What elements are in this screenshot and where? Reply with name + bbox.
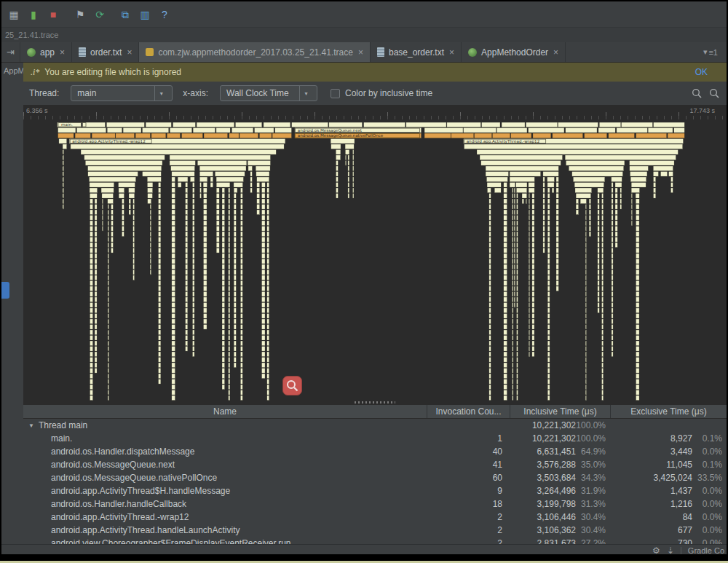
cell-excl: 8,9270.1% <box>610 433 727 444</box>
chart-zoom-button[interactable] <box>282 376 302 395</box>
cell-method-name: android.os.MessageQueue.next <box>23 460 427 470</box>
cell-incl: 3,106,44630.4% <box>510 512 610 522</box>
table-row[interactable]: ▼Thread main10,221,302100.0% <box>23 419 727 432</box>
profiler-icon[interactable]: ▦ <box>7 9 20 20</box>
hidden-tabs-dropdown[interactable]: ▾ ≡1 <box>703 42 727 62</box>
cell-method-name: android.os.MessageQueue.nativePollOnce <box>23 473 427 483</box>
sync-icon[interactable]: ⟳ <box>93 9 106 20</box>
tab-label: base_order.txt <box>389 47 444 58</box>
cell-excl: 840.0% <box>610 512 727 522</box>
table-row[interactable]: android.os.MessageQueue.next413,576,2883… <box>23 458 727 471</box>
cell-excl: 6770.0% <box>610 525 727 535</box>
cell-excl: 11,0450.1% <box>610 460 727 470</box>
tab-label: app <box>40 47 55 58</box>
splitter-grip[interactable] <box>355 401 395 403</box>
download-icon[interactable]: ⇣ <box>667 546 674 555</box>
table-row[interactable]: android.app.ActivityThread$H.handleMessa… <box>23 484 727 497</box>
tab-close-icon[interactable]: × <box>127 47 132 58</box>
flame-chart[interactable]: main.android.os.MessageQueue.nextandroid… <box>23 119 727 405</box>
chevron-down-icon: ▾ <box>703 47 708 57</box>
tab-app[interactable]: app × <box>20 42 72 62</box>
cell-invocation-count: 1 <box>427 433 510 444</box>
cell-invocation-count: 18 <box>427 499 510 509</box>
gradle-icon <box>468 48 477 57</box>
xaxis-value: Wall Clock Time <box>221 86 294 101</box>
ide-window: ▦▮■⚑⟳⧉▥? 25_21.41.trace ⇥ app × order.tx… <box>1 1 727 554</box>
chevron-down-icon: ▾ <box>154 86 167 101</box>
tab-order-txt[interactable]: order.txt × <box>72 42 139 62</box>
table-row[interactable]: main.110,221,302100.0%8,9270.1% <box>23 432 727 445</box>
cell-invocation-count: 2 <box>427 525 510 535</box>
banner-message: You are editing file which is ignored <box>44 67 181 77</box>
device-icon[interactable]: ▮ <box>27 9 40 20</box>
gradle-icon <box>27 48 36 57</box>
screens-icon[interactable]: ⧉ <box>119 9 132 20</box>
text-file-icon <box>377 47 384 57</box>
ruler-end-label: 17.743 s <box>689 107 715 114</box>
status-bar: ⚙ ⇣ Gradle Co <box>1 544 727 554</box>
stats-icon[interactable]: ▥ <box>138 9 151 20</box>
gear-icon[interactable]: ⚙ <box>652 546 660 555</box>
cell-method-name: android.os.Handler.dispatchMessage <box>23 446 427 457</box>
pin-icon[interactable]: ⚑ <box>74 9 87 20</box>
color-inclusive-checkbox[interactable] <box>331 89 340 98</box>
tab-close-icon[interactable]: × <box>553 47 558 58</box>
expand-arrow-icon[interactable]: ▼ <box>28 422 34 429</box>
cell-invocation-count: 40 <box>427 446 510 457</box>
cell-method-name: android.app.ActivityThread.handleLaunchA… <box>23 525 427 535</box>
flame-svg[interactable]: main.android.os.MessageQueue.nextandroid… <box>56 122 686 402</box>
thread-select[interactable]: main ▾ <box>71 85 173 101</box>
tab-close-icon[interactable]: × <box>60 47 65 58</box>
table-row[interactable]: android.app.ActivityThread.-wrap1223,106… <box>23 511 727 524</box>
gradle-console-label[interactable]: Gradle Co <box>688 546 724 555</box>
tool-window-indicator[interactable] <box>1 282 9 299</box>
cell-method-name: ▼Thread main <box>23 420 427 430</box>
zoom-fit-icon[interactable] <box>692 88 702 98</box>
cell-method-name: android.app.ActivityThread.-wrap12 <box>23 512 427 522</box>
column-header-name[interactable]: Name <box>23 405 427 418</box>
cell-incl: 3,106,36230.4% <box>510 525 610 535</box>
stop-icon[interactable]: ■ <box>47 9 60 20</box>
tab-label: AppMethodOrder <box>481 47 548 58</box>
chevron-down-icon: ▾ <box>299 86 312 101</box>
tool-window-toggle-icon[interactable]: ⇥ <box>1 42 20 62</box>
tab-trace-file[interactable]: com.zjw.appmethodorder_2017.03.25_21.41.… <box>139 42 371 62</box>
table-row[interactable]: android.os.Handler.handleCallback183,199… <box>23 497 727 511</box>
table-row[interactable]: android.os.Handler.dispatchMessage406,63… <box>23 445 727 458</box>
svg-text:android.app.ActivityThread.-wr: android.app.ActivityThread.-wrap12 <box>467 139 540 144</box>
column-header-inclusive-time[interactable]: Inclusive Time (μs) <box>510 405 610 418</box>
cell-excl: 3,4490.0% <box>610 446 727 457</box>
main-toolbar: ▦▮■⚑⟳⧉▥? <box>1 1 727 28</box>
xaxis-select[interactable]: Wall Clock Time ▾ <box>220 85 317 101</box>
help-icon[interactable]: ? <box>158 9 171 20</box>
column-header-exclusive-time[interactable]: Exclusive Time (μs) <box>610 405 727 418</box>
cell-invocation-count: 60 <box>427 473 510 483</box>
tab-close-icon[interactable]: × <box>358 47 363 58</box>
svg-text:android.app.ActivityThread.-wr: android.app.ActivityThread.-wrap12 <box>72 139 146 144</box>
tool-window-button[interactable]: AppM <box>4 66 23 75</box>
hidden-tabs-count: ≡1 <box>708 48 718 57</box>
tab-close-icon[interactable]: × <box>449 47 454 58</box>
tab-label: com.zjw.appmethodorder_2017.03.25_21.41.… <box>158 47 353 58</box>
info-icon: .i* <box>31 67 39 78</box>
cell-incl: 6,631,45164.9% <box>510 446 610 457</box>
thread-value: main <box>71 86 149 101</box>
svg-text:android.os.MessageQueue.next: android.os.MessageQueue.next <box>298 128 363 133</box>
cell-method-name: android.view.Choreographer$FrameDisplayE… <box>23 538 427 544</box>
banner-ok-link[interactable]: OK <box>695 67 708 77</box>
timeline-ruler: 6.356 s 17.743 s <box>23 105 727 119</box>
table-row[interactable]: android.os.MessageQueue.nativePollOnce60… <box>23 471 727 484</box>
tab-appmethodorder[interactable]: AppMethodOrder × <box>462 42 566 62</box>
text-file-icon <box>79 47 86 57</box>
zoom-icon[interactable] <box>709 88 719 98</box>
tab-base-order-txt[interactable]: base_order.txt × <box>371 42 462 62</box>
cell-incl: 10,221,302100.0% <box>510 433 610 444</box>
column-header-invocation-count[interactable]: Invocation Cou... <box>427 405 510 418</box>
cell-method-name: main. <box>23 433 427 444</box>
table-row[interactable]: android.app.ActivityThread.handleLaunchA… <box>23 524 727 537</box>
xaxis-label: x-axis: <box>183 88 208 98</box>
cell-invocation-count: 2 <box>427 512 510 522</box>
table-header: Name Invocation Cou... Inclusive Time (μ… <box>23 405 727 419</box>
cell-invocation-count: 9 <box>427 486 510 496</box>
table-row[interactable]: android.view.Choreographer$FrameDisplayE… <box>23 537 727 544</box>
